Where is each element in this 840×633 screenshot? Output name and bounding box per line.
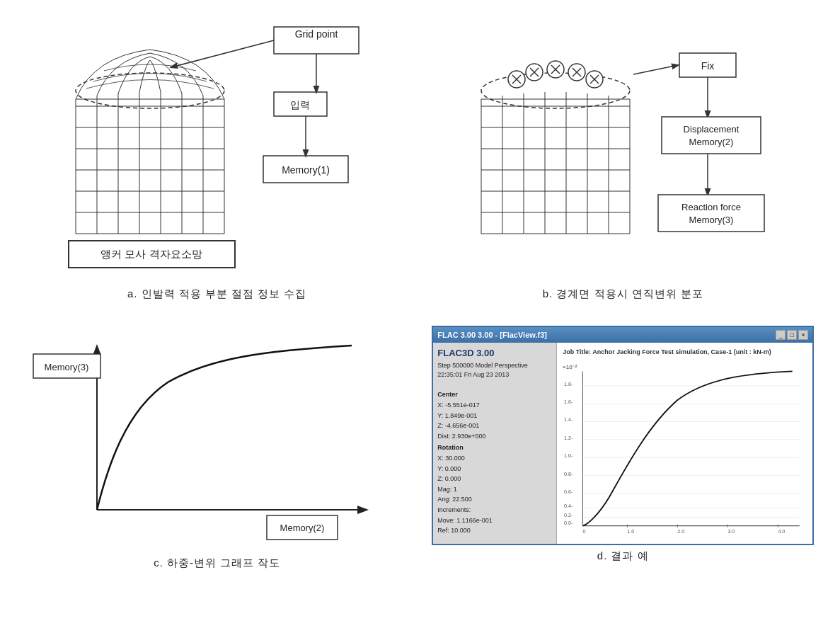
rot-z: Z: 0.000: [437, 474, 552, 484]
x-tick-0: 0: [583, 529, 586, 535]
caption-bottom-left: c. 하중-변위 그래프 작도: [154, 557, 280, 570]
svg-point-16: [76, 73, 224, 108]
rotation-section: Rotation: [437, 443, 552, 452]
graph-panel: Memory(3) Memory(2) c. 하중-변위 그래프 작도: [14, 326, 420, 602]
flac-titlebar: FLAC 3.00 3.00 - [FlacView.f3] _ □ ×: [433, 327, 812, 343]
flac-step: Step 500000 Model Perspective22:35:01 Fr…: [437, 361, 552, 379]
svg-line-18: [171, 40, 274, 67]
y-axis-label: ×10⁻²: [563, 364, 577, 370]
move: Move: 1.1166e-001: [437, 516, 552, 525]
svg-rect-61: [658, 195, 764, 232]
bottom-row: Memory(3) Memory(2) c. 하중-변위 그래프 작도 FLAC…: [14, 326, 826, 602]
main-container: Grid point 입력 Memory(1) 앵커 모사 격자요소망: [0, 0, 840, 633]
center-z: Z: -4.656e-001: [437, 421, 552, 430]
flac-screenshot: FLAC 3.00 3.00 - [FlacView.f3] _ □ × FLA…: [432, 326, 814, 545]
svg-rect-59: [662, 117, 761, 154]
displacement-label2: Memory(2): [689, 137, 734, 147]
center-section: Center: [437, 390, 552, 399]
mag: Mag: 1: [437, 485, 552, 494]
ang: Ang: 22.500: [437, 495, 552, 504]
flac-brand: FLAC3D 3.00: [437, 347, 552, 360]
y-tick-10: 1.0-: [564, 453, 573, 459]
increments: Increments:: [437, 506, 552, 515]
y-tick-12: 1.2-: [564, 435, 573, 441]
input-label: 입력: [290, 99, 310, 110]
flac-job-title: Job Title: Anchor Jacking Force Test sim…: [563, 348, 807, 355]
minimize-button[interactable]: _: [776, 330, 786, 340]
diagram-panel-top-left: Grid point 입력 Memory(1) 앵커 모사 격자요소망: [14, 14, 420, 319]
svg-line-57: [633, 65, 678, 74]
center-y: Y: 1.849e-001: [437, 411, 552, 421]
x-tick-2: 2.0: [678, 529, 685, 535]
flac-chart-svg: ×10⁻² 1.8- 1.6- 1.4- 1.2- 1.0- 0.8- 0.6-…: [563, 358, 807, 535]
ref: Ref: 10.000: [437, 526, 552, 535]
close-button[interactable]: ×: [798, 330, 808, 340]
flac-window-title: FLAC 3.00 3.00 - [FlacView.f3]: [437, 331, 547, 339]
diagram-panel-top-right: Fix Displacement Memory(2) Reaction forc…: [420, 14, 827, 319]
flac-window-controls[interactable]: _ □ ×: [776, 330, 808, 340]
flac-panel: FLAC 3.00 3.00 - [FlacView.f3] _ □ × FLA…: [420, 326, 827, 602]
y-tick-0: 0.0-: [564, 520, 573, 526]
memory2-label: Memory(2): [280, 523, 324, 533]
anchor-label: 앵커 모사 격자요소망: [100, 248, 202, 260]
caption-bottom-right: d. 결과 예: [597, 549, 649, 563]
y-tick-06: 0.6-: [564, 489, 573, 495]
memory3-label: Memory(3): [44, 362, 88, 372]
grid-point-label: Grid point: [294, 28, 338, 40]
y-tick-14: 1.4-: [564, 417, 573, 423]
y-tick-08: 0.8-: [564, 472, 573, 477]
diagram-svg-top-right: Fix Displacement Memory(2) Reaction forc…: [425, 14, 821, 283]
maximize-button[interactable]: □: [787, 330, 797, 340]
flac-content: FLAC3D 3.00 Step 500000 Model Perspectiv…: [433, 343, 812, 544]
x-tick-4: 4.0: [778, 529, 786, 535]
rot-y: Y: 0.000: [437, 464, 552, 474]
center-x: X: -5.551e-017: [437, 401, 552, 410]
flac-sidebar: FLAC3D 3.00 Step 500000 Model Perspectiv…: [433, 343, 557, 544]
y-tick-18: 1.8-: [564, 382, 573, 387]
dist: Dist: 2.930e+000: [437, 432, 552, 441]
x-tick-1: 1.0: [628, 529, 635, 535]
caption-top-right: b. 경계면 적용시 연직변위 분포: [543, 287, 703, 301]
reaction-label1: Reaction force: [681, 202, 741, 212]
rot-x: X: 30.000: [437, 454, 552, 463]
x-tick-3: 3.0: [728, 529, 735, 535]
memory1-label: Memory(1): [282, 164, 330, 176]
graph-svg: Memory(3) Memory(2): [26, 326, 408, 552]
displacement-label1: Displacement: [684, 124, 740, 135]
fix-label: Fix: [701, 60, 715, 72]
diagram-svg-top-left: Grid point 입력 Memory(1) 앵커 모사 격자요소망: [19, 14, 415, 283]
reaction-label2: Memory(3): [689, 215, 734, 225]
caption-top-left: a. 인발력 적용 부분 절점 정보 수집: [127, 287, 307, 301]
y-tick-16: 1.6-: [564, 399, 573, 405]
flac-chart-area: Job Title: Anchor Jacking Force Test sim…: [557, 343, 812, 544]
y-tick-04: 0.4-: [564, 503, 573, 509]
y-tick-02: 0.2-: [564, 513, 573, 518]
top-row: Grid point 입력 Memory(1) 앵커 모사 격자요소망: [14, 14, 826, 319]
